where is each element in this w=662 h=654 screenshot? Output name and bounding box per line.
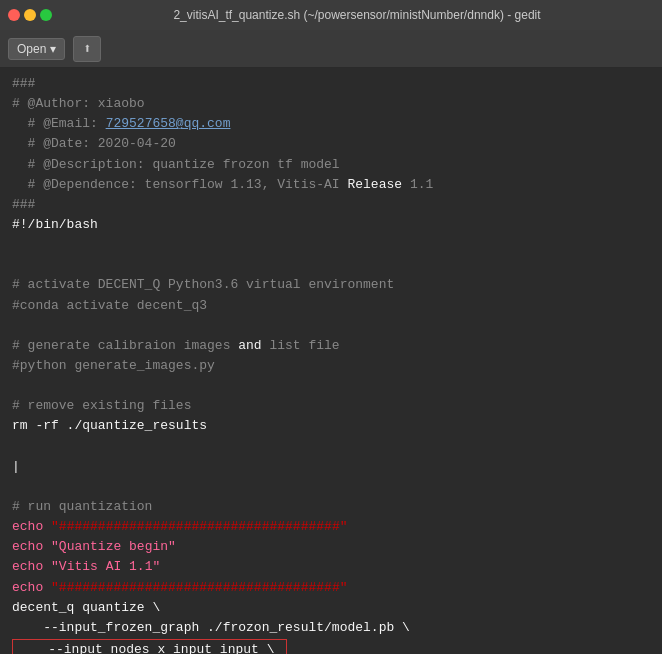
line-22: # run quantization: [12, 497, 650, 517]
line-14: # generate calibraion images and list fi…: [12, 336, 650, 356]
line-13: [12, 316, 650, 336]
line-19: [12, 437, 650, 457]
save-icon[interactable]: ⬆: [73, 36, 101, 62]
open-label: Open: [17, 42, 46, 56]
line-1: ###: [12, 74, 650, 94]
title-bar: 2_vitisAI_tf_quantize.sh (~/powersensor/…: [0, 0, 662, 30]
line-11: # activate DECENT_Q Python3.6 virtual en…: [12, 275, 650, 295]
toolbar: Open ▾ ⬆: [0, 30, 662, 68]
line-3: # @Email: 729527658@qq.com: [12, 114, 650, 134]
line-20: |: [12, 457, 650, 477]
window-title: 2_vitisAI_tf_quantize.sh (~/powersensor/…: [60, 8, 654, 22]
line-15: #python generate_images.py: [12, 356, 650, 376]
maximize-button[interactable]: [40, 9, 52, 21]
line-5: # @Description: quantize frozon tf model: [12, 155, 650, 175]
minimize-button[interactable]: [24, 9, 36, 21]
open-button[interactable]: Open ▾: [8, 38, 65, 60]
line-10: [12, 255, 650, 275]
close-button[interactable]: [8, 9, 20, 21]
line-9: [12, 235, 650, 255]
line-6: # @Dependence: tensorflow 1.13, Vitis-AI…: [12, 175, 650, 195]
window-controls: [8, 9, 52, 21]
line-17: # remove existing files: [12, 396, 650, 416]
line-2: # @Author: xiaobo: [12, 94, 650, 114]
highlight-box: --input_nodes x_input_input \ --input_sh…: [12, 639, 287, 654]
editor-area[interactable]: ### # @Author: xiaobo # @Email: 72952765…: [0, 68, 662, 654]
line-24: echo "Quantize begin": [12, 537, 650, 557]
line-12: #conda activate decent_q3: [12, 296, 650, 316]
line-21: [12, 477, 650, 497]
line-26: echo "##################################…: [12, 578, 650, 598]
line-23: echo "##################################…: [12, 517, 650, 537]
line-8: #!/bin/bash: [12, 215, 650, 235]
line-28: --input_frozen_graph ./frozon_result/mod…: [12, 618, 650, 638]
line-25: echo "Vitis AI 1.1": [12, 557, 650, 577]
dropdown-arrow-icon: ▾: [50, 42, 56, 56]
line-4: # @Date: 2020-04-20: [12, 134, 650, 154]
line-29: --input_nodes x_input_input \: [13, 640, 286, 654]
line-27: decent_q quantize \: [12, 598, 650, 618]
line-16: [12, 376, 650, 396]
line-7: ###: [12, 195, 650, 215]
line-18: rm -rf ./quantize_results: [12, 416, 650, 436]
